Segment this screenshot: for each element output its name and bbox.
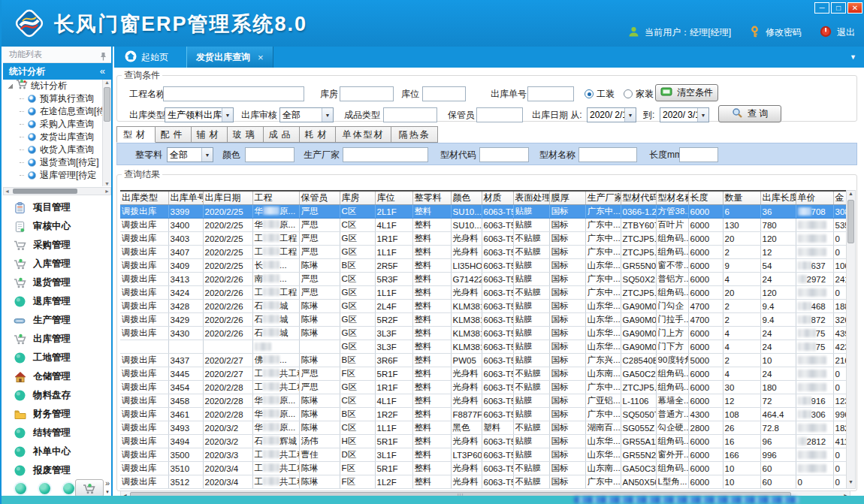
column-header[interactable]: 单价 [796,191,833,205]
collapse-icon[interactable]: « [100,63,105,80]
table-row[interactable]: 调拨出库35122020/3/4工共工程陈琳F区1L2F整料光身料6063-T5… [120,475,850,489]
table-row[interactable]: 调拨出库34942020/3/2石辉城汤伟H区5R1F整料光身料6063-T5贴… [120,435,850,448]
table-row[interactable]: 调拨出库34372020/2/27佛...陈琳B区3R6F整料PW056063-… [120,354,850,367]
scroll-up-arrow[interactable] [104,80,110,85]
material-tab-6[interactable]: 耗材 [300,126,336,143]
module-item-14[interactable]: 补单中心 [3,442,111,461]
tree-item-5[interactable]: 收货入库查询 [3,143,111,156]
warehouse-input[interactable] [340,86,394,101]
column-header[interactable]: 工程 [252,191,299,205]
tab-close-icon[interactable]: × [258,52,264,63]
tab-list-dropdown-icon[interactable]: ▼ [850,53,856,61]
tree-item-7[interactable]: 退库管理[待定 [3,169,111,182]
module-item-5[interactable]: 退货管理 [3,273,111,292]
material-tab-1[interactable]: 型材 [116,126,156,143]
table-row[interactable]: 调拨出库34032020/2/25工工程严思G区1R1F整料光身料6063-T5… [120,232,850,246]
date-to-picker[interactable]: 2020/ 3/16 ▼ [660,107,709,122]
location-input[interactable] [422,86,466,101]
scrollbar-thumb[interactable] [847,200,854,243]
module-item-12[interactable]: 财务管理 [3,405,111,424]
table-row[interactable]: 调拨出库34282020/2/26石城陈琳G区2L4F整料KLM38176063… [120,300,850,313]
scroll-down-arrow[interactable] [847,479,855,487]
table-row[interactable]: 调拨出库34002020/2/25华原...严思C区4L1F整料SU10...6… [120,219,850,232]
table-vertical-scrollbar[interactable] [846,190,856,489]
tree-item-2[interactable]: 在途信息查询[待 [3,105,111,118]
module-item-3[interactable]: 采购管理 [3,236,111,255]
keeper-input[interactable] [476,107,523,122]
footer-cart-button[interactable] [75,479,104,497]
out-type-combo[interactable]: 生产领料出库 ▼ [165,107,234,122]
column-header[interactable]: 颜色 [451,191,482,205]
column-header[interactable]: 材质 [482,191,513,205]
column-header[interactable]: 膜厚 [549,191,585,205]
stats-section-header[interactable]: 统计分析 « [3,63,111,80]
module-item-15[interactable]: 报废管理 [3,461,111,480]
scroll-down-arrow[interactable] [103,181,111,186]
manufacturer-input[interactable] [343,147,428,162]
tab-shipping-outbound-query[interactable]: 发货出库查询 × [186,47,273,68]
table-row[interactable]: 调拨出库34092020/2/25长...陈琳B区2R5F整料LI35HO606… [120,259,850,273]
date-from-picker[interactable]: 2020/ 2/16 ▼ [587,107,636,122]
length-input[interactable] [679,147,718,162]
tree-item-3[interactable]: 采购入库查询 [3,118,111,131]
module-item-8[interactable]: 出库管理 [3,330,111,349]
table-row[interactable]: 调拨出库33992020/2/25华原...严思C区2L1F整料SU10...6… [120,205,850,219]
radio-home[interactable]: 家装 [624,86,654,101]
table-row[interactable]: 调拨出库34582020/2/28华原...陈琳C区4L1F整料光身料6063-… [120,394,850,408]
footer-dot-icon[interactable] [15,483,26,494]
table-row[interactable]: 调拨出库34302020/2/26石城陈琳G区3L3F整料KLM38176063… [120,327,850,340]
column-header[interactable]: 数量 [723,191,760,205]
tree-item-6[interactable]: 退货查询[待定] [3,156,111,169]
profile-name-input[interactable] [579,147,637,162]
table-row[interactable]: 调拨出库34542020/2/28工共工程严思G区1R1F整料光身料6063-T… [120,381,850,394]
module-item-6[interactable]: 退库管理 [3,292,111,311]
profile-code-input[interactable] [479,147,529,162]
color-input[interactable] [245,147,295,162]
tree-item-1[interactable]: 预算执行查询 [3,92,111,105]
table-row[interactable]: 调拨出库34932020/3/2华原...陈琳C区1L1F整料黑色塑料不贴膜国标… [120,421,850,435]
column-header[interactable]: 保管员 [299,191,340,205]
tree-vertical-scrollbar[interactable] [102,80,111,186]
tab-home[interactable]: 起始页 [116,47,177,68]
module-item-1[interactable]: 项目管理 [3,198,111,217]
column-header[interactable]: 出库类型 [120,191,168,205]
logout-link[interactable]: 退出 [837,26,855,39]
close-button[interactable]: ✕ [847,2,862,14]
column-header[interactable]: 型材代码 [621,191,656,205]
module-item-7[interactable]: 生产管理 [3,311,111,330]
column-header[interactable]: 出库单号 [168,191,203,205]
column-header[interactable]: 整零料 [412,191,451,205]
material-tab-2[interactable]: 配件 [156,126,192,143]
material-tab-4[interactable]: 玻璃 [228,126,264,143]
minimize-button[interactable]: ─ [814,2,829,14]
module-item-4[interactable]: 入库管理 [3,255,111,273]
change-password-link[interactable]: 修改密码 [766,26,802,39]
scrollbar-thumb[interactable] [104,87,110,122]
column-header[interactable]: 长度 [688,191,723,205]
column-header[interactable]: 库位 [375,191,412,205]
scroll-up-arrow[interactable] [847,191,855,199]
module-item-11[interactable]: 物料盘存 [3,386,111,405]
whole-part-combo[interactable]: 全部 ▼ [167,147,213,162]
footer-dot-icon[interactable] [39,483,50,494]
table-row[interactable]: 调拨出库34292020/2/26石城陈琳G区5R2F整料KLM38176063… [120,313,850,327]
expander-icon[interactable] [8,83,13,89]
scrollbar-thumb[interactable] [13,189,77,194]
overflow-chevron[interactable]: »▼ [105,479,110,496]
clear-conditions-button[interactable]: 清空条件 [655,84,718,101]
table-row[interactable]: 调拨出库34452020/2/27工共工程严思F区5R1F整料光身料6063-T… [120,367,850,381]
column-header[interactable]: 型材名称 [656,191,688,205]
radio-industrial[interactable]: 工装 [585,86,615,101]
search-button[interactable]: 查 询 [718,105,781,122]
audit-combo[interactable]: 全部 ▼ [279,107,334,122]
scroll-right-arrow[interactable] [104,189,110,194]
table-row[interactable]: 调拨出库34612020/2/28华原...陈琳B区1R2F整料F8877FT6… [120,408,850,421]
project-name-input[interactable] [163,86,304,101]
column-header[interactable]: 库房 [340,191,375,205]
material-tab-8[interactable]: 隔热条 [391,126,438,143]
material-tab-5[interactable]: 成品 [264,126,300,143]
column-header[interactable]: 生产厂家 [585,191,621,205]
column-header[interactable]: 出库日期 [203,191,252,205]
tree-item-4[interactable]: 发货出库查询 [3,131,111,143]
tree-horizontal-scrollbar[interactable] [3,187,111,195]
